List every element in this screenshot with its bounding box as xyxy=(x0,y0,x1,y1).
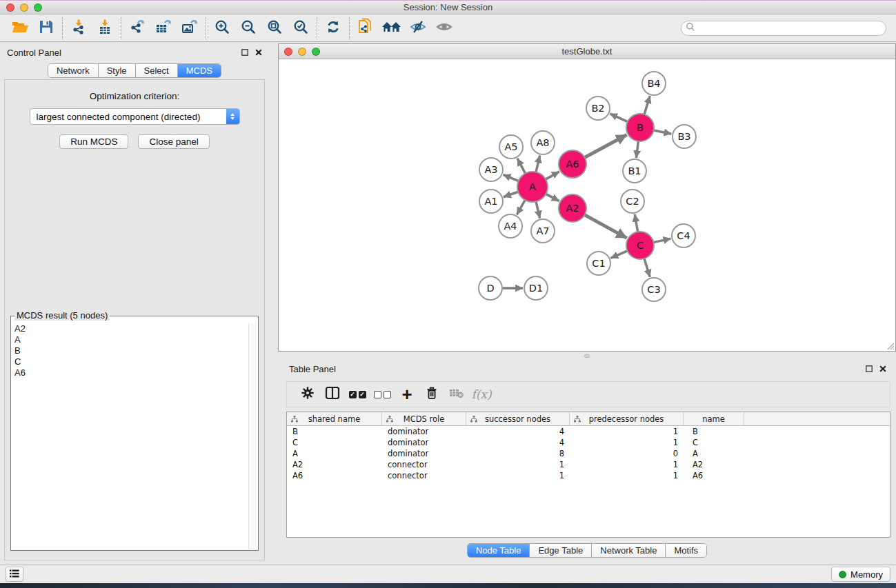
node-C3[interactable]: C3 xyxy=(642,278,666,301)
zoom-in-button[interactable] xyxy=(209,17,235,40)
task-history-button[interactable] xyxy=(6,567,23,582)
node-B3[interactable]: B3 xyxy=(673,125,696,148)
node-B1[interactable]: B1 xyxy=(623,159,646,183)
node-A2[interactable]: A2 xyxy=(559,194,586,222)
edge-A-A7[interactable] xyxy=(536,202,540,219)
edge-B-B2[interactable] xyxy=(610,114,628,122)
table-row[interactable]: A2connector11A2 xyxy=(287,459,890,470)
panel-divider[interactable] xyxy=(269,43,278,565)
search-field[interactable] xyxy=(681,21,886,36)
cell[interactable]: 1 xyxy=(570,427,684,436)
node-B[interactable]: B xyxy=(626,114,654,141)
resize-grip-icon[interactable] xyxy=(886,342,895,350)
cell[interactable]: A2 xyxy=(287,460,382,469)
cell[interactable]: connector xyxy=(382,460,466,469)
cell[interactable]: A xyxy=(684,449,744,458)
criterion-select[interactable]: largest connected component (directed) xyxy=(30,108,240,125)
node-D1[interactable]: D1 xyxy=(524,276,548,300)
open-file-button[interactable] xyxy=(7,17,33,40)
cell[interactable]: 8 xyxy=(466,449,570,458)
import-table-button[interactable] xyxy=(92,17,118,40)
node-A7[interactable]: A7 xyxy=(531,219,555,243)
edge-C-C3[interactable] xyxy=(644,259,650,278)
horizontal-splitter[interactable] xyxy=(278,352,896,361)
cell[interactable]: 1 xyxy=(466,460,570,469)
cell[interactable]: A6 xyxy=(287,471,382,480)
cell[interactable]: B xyxy=(287,427,382,436)
table-settings-button[interactable] xyxy=(295,383,320,405)
cell[interactable]: A xyxy=(287,449,382,458)
function-builder-button[interactable]: f(x) xyxy=(469,383,494,405)
export-table-button[interactable] xyxy=(150,17,177,40)
cell[interactable]: 4 xyxy=(466,438,570,447)
node-B2[interactable]: B2 xyxy=(586,97,610,120)
edge-A6-B[interactable] xyxy=(585,135,627,158)
result-item[interactable]: B xyxy=(12,345,248,356)
node-A5[interactable]: A5 xyxy=(499,135,523,159)
export-network-button[interactable] xyxy=(124,17,150,40)
cell[interactable]: dominator xyxy=(382,427,466,436)
edge-C-C1[interactable] xyxy=(610,251,627,258)
splitter-handle[interactable] xyxy=(584,354,590,358)
show-columns-button[interactable] xyxy=(320,383,345,405)
close-table-panel-icon[interactable] xyxy=(879,365,886,373)
edge-A-A3[interactable] xyxy=(504,175,519,181)
search-input[interactable] xyxy=(695,23,882,33)
destroy-table-button[interactable] xyxy=(444,383,469,405)
cell[interactable]: 1 xyxy=(570,460,684,469)
select-all-rows-button[interactable]: ✓✓ xyxy=(345,383,370,405)
cell[interactable]: 0 xyxy=(570,449,684,458)
edge-C-C4[interactable] xyxy=(654,239,671,243)
node-A8[interactable]: A8 xyxy=(531,131,555,154)
mcds-result-list[interactable]: A2ABCA6 xyxy=(12,323,248,549)
cell[interactable]: A6 xyxy=(684,471,744,480)
tab-mcds[interactable]: MCDS xyxy=(178,64,221,77)
cell[interactable]: dominator xyxy=(382,438,466,447)
column-header-shared-name[interactable]: shared name xyxy=(287,412,382,425)
save-session-button[interactable] xyxy=(33,17,59,40)
close-panel-button[interactable]: Close panel xyxy=(138,134,209,149)
close-window-icon[interactable] xyxy=(6,3,14,12)
result-item[interactable]: C xyxy=(12,356,248,367)
cell[interactable]: A2 xyxy=(684,460,744,469)
edge-B-B1[interactable] xyxy=(636,141,638,158)
cell[interactable]: connector xyxy=(382,471,466,480)
node-C4[interactable]: C4 xyxy=(672,224,695,247)
deselect-all-rows-button[interactable] xyxy=(370,383,395,405)
minimize-window-icon[interactable] xyxy=(20,3,28,12)
edge-C-C2[interactable] xyxy=(635,214,637,232)
table-row[interactable]: A6connector11A6 xyxy=(287,470,890,481)
delete-columns-button[interactable] xyxy=(419,383,444,405)
float-panel-icon[interactable] xyxy=(241,49,248,57)
tab-network[interactable]: Network xyxy=(48,64,99,77)
cell[interactable]: C xyxy=(287,438,382,447)
result-scrollbar[interactable] xyxy=(248,323,257,549)
edge-B-B4[interactable] xyxy=(644,97,650,115)
edge-A-A8[interactable] xyxy=(536,156,540,172)
edge-B-B3[interactable] xyxy=(654,130,672,134)
cell[interactable]: 4 xyxy=(466,427,570,436)
maximize-network-window-icon[interactable] xyxy=(312,48,320,56)
network-canvas[interactable]: AA1A3A5A8A4A7A6A2BB2B4B3B1CC2C4C1C3DD1 xyxy=(279,59,895,351)
node-A4[interactable]: A4 xyxy=(499,214,522,238)
close-panel-icon[interactable] xyxy=(255,49,262,57)
node-C[interactable]: C xyxy=(626,232,654,259)
cell[interactable]: 1 xyxy=(570,438,684,447)
node-C2[interactable]: C2 xyxy=(621,190,644,213)
import-network-button[interactable] xyxy=(66,17,92,40)
column-header-predecessor-nodes[interactable]: predecessor nodes xyxy=(570,412,684,425)
node-A6[interactable]: A6 xyxy=(559,150,586,178)
run-mcds-button[interactable]: Run MCDS xyxy=(59,134,128,149)
zoom-fit-button[interactable] xyxy=(261,17,288,40)
cell[interactable]: 1 xyxy=(466,471,570,480)
cell[interactable]: C xyxy=(684,438,744,447)
result-item[interactable]: A6 xyxy=(12,367,248,378)
column-header-MCDS-role[interactable]: MCDS role xyxy=(382,412,466,425)
memory-button[interactable]: Memory xyxy=(831,567,890,582)
node-A1[interactable]: A1 xyxy=(479,190,503,213)
result-item[interactable]: A xyxy=(12,334,248,345)
edge-A-A6[interactable] xyxy=(546,172,559,179)
edge-A-A4[interactable] xyxy=(517,201,525,215)
zoom-selected-button[interactable] xyxy=(288,17,314,40)
result-item[interactable]: A2 xyxy=(12,323,248,334)
